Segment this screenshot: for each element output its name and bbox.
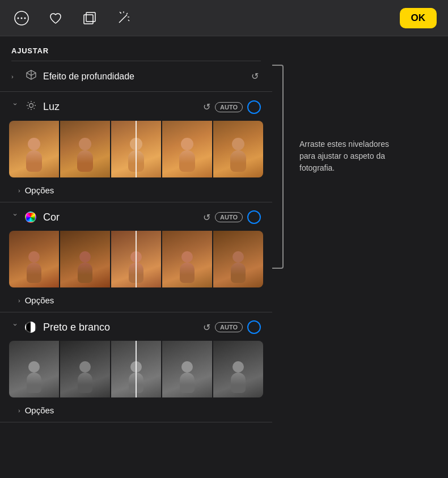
svg-line-21 (28, 108, 28, 109)
more-icon[interactable] (11, 8, 32, 28)
cor-options-label: Opções (25, 295, 54, 305)
svg-line-18 (28, 102, 28, 103)
svg-point-12 (120, 12, 121, 14)
ok-button[interactable]: OK (400, 8, 437, 28)
pb-label: Preto e branco (43, 322, 197, 333)
luz-strip[interactable] (9, 121, 263, 177)
pb-options-chevron-icon: › (18, 407, 20, 414)
cor-thumb-1 (9, 231, 59, 287)
pb-reset-icon[interactable]: ↺ (203, 322, 210, 333)
section-title: AJUSTAR (0, 36, 272, 61)
pb-row[interactable]: › Preto e branco ↺ AUTO (0, 312, 272, 339)
luz-thumb-1 (9, 121, 59, 177)
heart-icon[interactable] (45, 8, 66, 28)
luz-label: Luz (43, 101, 197, 113)
luz-auto-button[interactable]: AUTO (215, 102, 243, 112)
depth-chevron: › (11, 73, 19, 80)
svg-line-6 (119, 15, 127, 23)
cor-toggle[interactable] (247, 210, 261, 224)
cor-controls: ↺ AUTO (203, 210, 261, 224)
pb-options-row[interactable]: › Opções (0, 402, 272, 422)
annotation-text: Arraste estes niveladores para ajustar o… (299, 138, 396, 174)
pb-thumb-5 (213, 341, 263, 397)
annotation-area: Arraste estes niveladores para ajustar o… (272, 36, 448, 478)
depth-effect-row[interactable]: › Efeito de profundidade ↺ (0, 61, 272, 92)
luz-reset-icon[interactable]: ↺ (203, 101, 210, 112)
color-circle-icon (25, 211, 37, 223)
cube-icon (25, 69, 37, 83)
svg-line-19 (34, 108, 35, 109)
luz-toggle[interactable] (247, 100, 261, 114)
crop-icon[interactable] (79, 8, 100, 28)
svg-point-2 (21, 17, 23, 19)
depth-reset-icon[interactable]: ↺ (248, 71, 261, 82)
svg-rect-5 (84, 15, 93, 24)
cor-strip-divider (136, 231, 137, 287)
svg-line-9 (126, 13, 128, 14)
pb-thumb-1 (9, 341, 59, 397)
cor-reset-icon[interactable]: ↺ (203, 212, 210, 223)
sidebar-panel: AJUSTAR › Efeito de profundidade ↺ › (0, 36, 272, 478)
cor-auto-button[interactable]: AUTO (215, 212, 243, 222)
luz-options-chevron-icon: › (18, 187, 20, 194)
cor-options-chevron-icon: › (18, 297, 20, 304)
magic-wand-icon[interactable] (113, 8, 134, 28)
pb-auto-button[interactable]: AUTO (215, 322, 243, 332)
svg-point-3 (24, 17, 26, 19)
luz-thumb-2 (60, 121, 110, 177)
svg-line-20 (34, 102, 35, 103)
luz-chevron-icon: › (11, 103, 20, 111)
cor-thumb-4 (162, 231, 212, 287)
pb-strip-divider (136, 341, 137, 397)
cor-row[interactable]: › Cor ↺ AUTO (0, 202, 272, 229)
cor-thumb-5 (213, 231, 263, 287)
svg-line-11 (128, 20, 129, 21)
svg-point-1 (18, 17, 19, 19)
cor-options-row[interactable]: › Opções (0, 292, 272, 312)
cor-label: Cor (43, 211, 197, 223)
luz-controls: ↺ AUTO (203, 100, 261, 114)
svg-point-13 (29, 104, 33, 108)
pb-options-label: Opções (25, 405, 54, 415)
sun-icon (25, 100, 37, 114)
luz-options-label: Opções (25, 185, 54, 195)
luz-row[interactable]: › Luz ↺ AUTO (0, 92, 272, 119)
cor-strip[interactable] (9, 231, 263, 287)
pb-toggle[interactable] (247, 320, 261, 334)
bw-circle-icon (25, 322, 37, 333)
main-layout: AJUSTAR › Efeito de profundidade ↺ › (0, 36, 448, 478)
cor-chevron-icon: › (11, 213, 20, 221)
pb-strip[interactable] (9, 341, 263, 397)
luz-options-row[interactable]: › Opções (0, 182, 272, 202)
luz-thumb-5 (213, 121, 263, 177)
pb-controls: ↺ AUTO (203, 320, 261, 334)
luz-thumb-4 (162, 121, 212, 177)
toolbar: OK (0, 0, 448, 36)
depth-effect-label: Efeito de profundidade (43, 71, 243, 82)
svg-rect-4 (86, 12, 95, 22)
pb-chevron-icon: › (11, 323, 20, 331)
pb-thumb-2 (60, 341, 110, 397)
pb-thumb-4 (162, 341, 212, 397)
bracket-indicator (272, 65, 284, 269)
luz-strip-divider (136, 121, 137, 177)
cor-thumb-2 (60, 231, 110, 287)
